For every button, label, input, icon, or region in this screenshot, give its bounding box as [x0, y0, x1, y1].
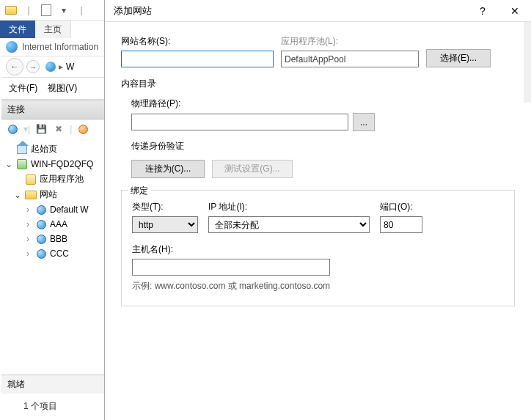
- connections-tree: 起始页 ⌄ WIN-FQD2QFQ 应用程序池 ⌄ 网站 › Default W: [1, 139, 110, 264]
- port-input[interactable]: [380, 216, 422, 233]
- toolbar-divider: ▾|: [23, 124, 30, 134]
- explorer-window: | ▾ | 文件 主页 Internet Information ← → ▸ W…: [0, 0, 110, 420]
- content-directory-legend: 内容目录: [121, 78, 515, 90]
- expand-icon[interactable]: ›: [23, 234, 32, 244]
- iis-title-text: Internet Information: [22, 42, 98, 52]
- content-directory-group: 内容目录 物理路径(P): ... 传递身份验证 连接为(C)... 测试设置(…: [121, 78, 515, 178]
- host-label: 主机名(H):: [132, 243, 504, 256]
- site-name-label: 网站名称(S):: [121, 35, 275, 48]
- explorer-titlebar: | ▾ |: [0, 0, 109, 21]
- tree-server[interactable]: ⌄ WIN-FQD2QFQ: [3, 157, 109, 172]
- breadcrumb[interactable]: ▸ W: [43, 62, 74, 72]
- physical-path-label: 物理路径(P):: [131, 97, 515, 110]
- connect-as-button[interactable]: 连接为(C)...: [131, 160, 205, 178]
- add-website-dialog: 添加网站 ? ✕ 网站名称(S): 应用程序池(L): 选择(E)... 内容目…: [104, 0, 531, 420]
- chevron-down-icon[interactable]: ▾: [56, 2, 72, 18]
- physical-path-input[interactable]: [131, 114, 348, 130]
- tab-file[interactable]: 文件: [0, 21, 35, 38]
- status-bar: 就绪: [1, 375, 109, 394]
- app-pool-label: 应用程序池(L):: [281, 35, 420, 48]
- ip-select[interactable]: 全部未分配: [208, 216, 370, 233]
- tab-home[interactable]: 主页: [35, 21, 71, 38]
- sites-folder-icon: [25, 189, 37, 201]
- tree-site-ccc[interactable]: › CCC: [3, 246, 109, 261]
- refresh-icon[interactable]: [76, 122, 89, 136]
- site-icon: [35, 233, 47, 245]
- site-icon: [35, 204, 47, 215]
- browse-button[interactable]: ...: [353, 113, 375, 131]
- menu-file[interactable]: 文件(F): [9, 82, 37, 95]
- collapse-icon[interactable]: ⌄: [4, 159, 13, 169]
- tree-site-bbb[interactable]: › BBB: [3, 232, 109, 246]
- tree-label: 网站: [40, 188, 57, 201]
- tree-label: 起始页: [31, 143, 57, 155]
- breadcrumb-icon: [45, 62, 56, 72]
- connections-toolbar: ▾| 💾 ✖ |: [1, 119, 110, 139]
- nav-forward-button[interactable]: →: [26, 60, 40, 73]
- tree-site-aaa[interactable]: › AAA: [3, 217, 109, 232]
- iis-nav: ← → ▸ W: [1, 56, 110, 78]
- tree-label: CCC: [50, 248, 69, 259]
- ribbon-tabs: 文件 主页: [0, 21, 109, 38]
- expand-icon[interactable]: ›: [23, 205, 32, 215]
- nav-back-button[interactable]: ←: [6, 58, 23, 75]
- save-icon[interactable]: 💾: [34, 122, 48, 136]
- iis-manager-window: Internet Information ← → ▸ W 文件(F) 视图(V)…: [1, 38, 110, 405]
- dialog-titlebar: 添加网站 ? ✕: [105, 0, 531, 22]
- scrollbar[interactable]: [524, 22, 531, 103]
- site-icon: [35, 248, 47, 259]
- item-count: 1 个项目: [23, 400, 57, 413]
- binding-group: 绑定 类型(T): http IP 地址(I): 全部未分配 端口(O):: [121, 190, 515, 306]
- app-pool-icon: [25, 174, 37, 185]
- tree-label: WIN-FQD2QFQ: [31, 159, 93, 169]
- expand-icon[interactable]: ›: [23, 219, 32, 229]
- iis-menu-bar: 文件(F) 视图(V): [1, 78, 110, 100]
- chevron-right-icon: ▸: [59, 62, 63, 72]
- select-app-pool-button[interactable]: 选择(E)...: [426, 49, 491, 67]
- type-label: 类型(T):: [132, 201, 198, 213]
- delete-icon[interactable]: ✖: [52, 122, 65, 136]
- tree-site-default[interactable]: › Default W: [3, 202, 109, 217]
- menu-view[interactable]: 视图(V): [48, 82, 77, 95]
- passthrough-auth-label: 传递身份验证: [131, 140, 515, 152]
- tree-label: Default W: [50, 205, 89, 215]
- tree-sites[interactable]: ⌄ 网站: [3, 187, 109, 202]
- connections-header: 连接: [1, 100, 110, 119]
- close-button[interactable]: ✕: [499, 0, 531, 22]
- home-icon: [16, 144, 28, 155]
- ip-label: IP 地址(I):: [208, 201, 370, 213]
- site-name-input[interactable]: [121, 51, 274, 67]
- tree-start-page[interactable]: 起始页: [3, 141, 109, 157]
- port-label: 端口(O):: [380, 201, 422, 213]
- document-icon[interactable]: [38, 2, 54, 18]
- expand-icon[interactable]: ›: [23, 248, 32, 259]
- tree-label: 应用程序池: [40, 173, 84, 185]
- connect-icon[interactable]: [6, 122, 19, 136]
- host-input[interactable]: [132, 259, 330, 276]
- tree-app-pools[interactable]: 应用程序池: [3, 172, 109, 187]
- test-settings-button: 测试设置(G)...: [212, 160, 293, 178]
- tree-label: BBB: [50, 234, 67, 244]
- iis-icon: [6, 41, 18, 53]
- toolbar-divider: |: [70, 124, 72, 134]
- collapse-icon[interactable]: ⌄: [13, 190, 22, 200]
- qat-divider: |: [21, 2, 37, 18]
- server-icon: [16, 158, 28, 170]
- host-hint: 示例: www.contoso.com 或 marketing.contoso.…: [132, 280, 504, 292]
- folder-icon[interactable]: [3, 2, 19, 18]
- app-pool-input: [281, 51, 419, 67]
- breadcrumb-text: W: [66, 62, 74, 72]
- qat-divider: |: [73, 2, 89, 18]
- type-select[interactable]: http: [132, 216, 198, 233]
- help-button[interactable]: ?: [466, 0, 499, 22]
- binding-legend: 绑定: [128, 185, 151, 197]
- dialog-title: 添加网站: [114, 4, 152, 18]
- iis-titlebar: Internet Information: [1, 38, 110, 56]
- tree-label: AAA: [50, 219, 67, 229]
- site-icon: [35, 218, 47, 230]
